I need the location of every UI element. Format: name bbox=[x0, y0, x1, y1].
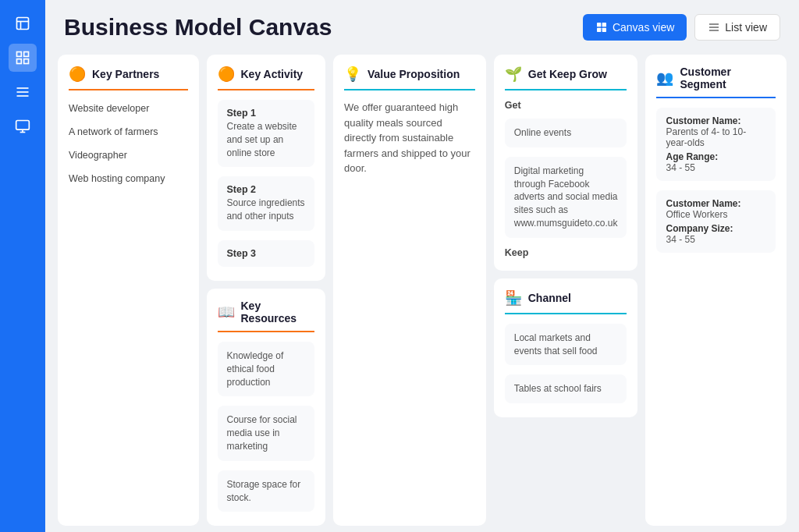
svg-rect-15 bbox=[597, 28, 601, 32]
get-keep-grow-icon: 🌱 bbox=[505, 66, 522, 83]
key-resources-icon: 📖 bbox=[218, 303, 235, 321]
sidebar-icon-monitor[interactable] bbox=[9, 112, 37, 140]
sidebar-icon-doc[interactable] bbox=[9, 9, 37, 37]
sidebar-icon-list[interactable] bbox=[9, 78, 37, 106]
customer-2-name-label: Customer Name: bbox=[666, 198, 766, 209]
key-activity-title: Key Activity bbox=[241, 68, 304, 80]
key-resources-item-2: Course for social media use in marketing bbox=[218, 406, 315, 460]
customer-seg-title: Customer Segment bbox=[680, 66, 776, 90]
svg-rect-13 bbox=[597, 23, 601, 27]
customer-seg-header: 👥 Customer Segment bbox=[656, 66, 776, 98]
get-keep-grow-header: 🌱 Get Keep Grow bbox=[505, 66, 627, 90]
customer-1-name-value: Parents of 4- to 10-year-olds bbox=[666, 126, 766, 148]
customer-2-size-label: Company Size: bbox=[666, 223, 766, 234]
customer-entry-1: Customer Name: Parents of 4- to 10-year-… bbox=[656, 108, 776, 181]
key-activity-header: 🟠 Key Activity bbox=[218, 66, 315, 90]
top-row: 🟠 Key Partners Website developer A netwo… bbox=[58, 55, 787, 526]
page-title: Business Model Canvas bbox=[64, 14, 332, 41]
step-1-card: Step 1 Create a website and set up an on… bbox=[218, 100, 315, 167]
get-label: Get bbox=[505, 100, 627, 111]
list-view-label: List view bbox=[725, 21, 767, 34]
get-item-1: Online events bbox=[505, 119, 627, 147]
key-resources-item-1: Knowledge of ethical food production bbox=[218, 342, 315, 396]
svg-rect-3 bbox=[17, 52, 22, 57]
customer-1-name-label: Customer Name: bbox=[666, 115, 766, 126]
canvas-area: 🟠 Key Partners Website developer A netwo… bbox=[45, 48, 799, 532]
value-prop-header: 💡 Value Proposition bbox=[344, 66, 475, 90]
header-actions: Canvas view List view bbox=[583, 14, 780, 41]
key-resources-item-3: Storage space for stock. bbox=[218, 470, 315, 512]
key-partners-item-2: A network of farmers bbox=[69, 123, 188, 140]
step-2-label: Step 2 bbox=[227, 184, 306, 195]
value-proposition-card: 💡 Value Proposition We offer guaranteed … bbox=[333, 55, 486, 526]
get-item-2: Digital marketing through Facebook adver… bbox=[505, 157, 627, 238]
get-keep-grow-card: 🌱 Get Keep Grow Get Online events Digita… bbox=[494, 55, 638, 271]
svg-rect-14 bbox=[602, 23, 606, 27]
list-view-button[interactable]: List view bbox=[694, 14, 780, 41]
svg-rect-0 bbox=[17, 18, 29, 30]
key-resources-header: 📖 Key Resources bbox=[218, 300, 315, 332]
value-prop-title: Value Proposition bbox=[368, 68, 460, 80]
key-partners-card: 🟠 Key Partners Website developer A netwo… bbox=[58, 55, 199, 526]
customer-2-name-value: Office Workers bbox=[666, 209, 766, 220]
key-partners-header: 🟠 Key Partners bbox=[69, 66, 188, 90]
svg-rect-10 bbox=[16, 121, 30, 130]
key-partners-title: Key Partners bbox=[92, 68, 159, 80]
customer-entry-2: Customer Name: Office Workers Company Si… bbox=[656, 190, 776, 253]
svg-rect-6 bbox=[24, 59, 29, 64]
key-partners-item-4: Web hosting company bbox=[69, 170, 188, 187]
customer-segment-card: 👥 Customer Segment Customer Name: Parent… bbox=[645, 55, 787, 526]
main-content: Business Model Canvas Canvas view List v… bbox=[45, 0, 799, 532]
step-3-card: Step 3 bbox=[218, 240, 315, 267]
step-2-desc: Source ingredients and other inputs bbox=[227, 197, 306, 223]
step-2-card: Step 2 Source ingredients and other inpu… bbox=[218, 176, 315, 231]
svg-rect-5 bbox=[17, 59, 22, 64]
key-activity-col: 🟠 Key Activity Step 1 Create a website a… bbox=[207, 55, 326, 526]
svg-rect-4 bbox=[24, 52, 29, 57]
key-resources-card: 📖 Key Resources Knowledge of ethical foo… bbox=[207, 289, 326, 526]
value-prop-icon: 💡 bbox=[344, 66, 361, 83]
key-resources-title: Key Resources bbox=[241, 300, 315, 325]
customer-2-size-value: 34 - 55 bbox=[666, 234, 766, 245]
svg-rect-16 bbox=[602, 28, 606, 32]
channel-header: 🏪 Channel bbox=[505, 289, 627, 314]
key-partners-icon: 🟠 bbox=[69, 66, 86, 83]
header: Business Model Canvas Canvas view List v… bbox=[45, 0, 799, 48]
step-1-desc: Create a website and set up an online st… bbox=[227, 120, 306, 159]
sidebar bbox=[0, 0, 45, 532]
step-3-label: Step 3 bbox=[227, 248, 306, 259]
key-partners-item-1: Website developer bbox=[69, 100, 188, 117]
value-prop-text: We offer guaranteed high quality meals s… bbox=[344, 100, 475, 176]
channel-icon: 🏪 bbox=[505, 289, 522, 307]
key-partners-item-3: Videographer bbox=[69, 147, 188, 164]
channel-title: Channel bbox=[528, 292, 571, 304]
channel-card: 🏪 Channel Local markets and events that … bbox=[494, 278, 638, 417]
keep-label: Keep bbox=[505, 247, 627, 258]
canvas-view-button[interactable]: Canvas view bbox=[583, 14, 687, 41]
key-activity-icon: 🟠 bbox=[218, 66, 235, 83]
get-keep-grow-col: 🌱 Get Keep Grow Get Online events Digita… bbox=[494, 55, 638, 526]
channel-item-2: Tables at school fairs bbox=[505, 374, 627, 403]
get-keep-grow-title: Get Keep Grow bbox=[528, 68, 607, 80]
customer-1-age-value: 34 - 55 bbox=[666, 162, 766, 173]
sidebar-icon-canvas[interactable] bbox=[9, 44, 37, 72]
channel-item-1: Local markets and events that sell food bbox=[505, 324, 627, 366]
step-1-label: Step 1 bbox=[227, 108, 306, 119]
key-activity-card: 🟠 Key Activity Step 1 Create a website a… bbox=[207, 55, 326, 281]
customer-1-age-label: Age Range: bbox=[666, 151, 766, 162]
canvas-view-label: Canvas view bbox=[613, 21, 674, 34]
customer-seg-icon: 👥 bbox=[656, 69, 673, 87]
